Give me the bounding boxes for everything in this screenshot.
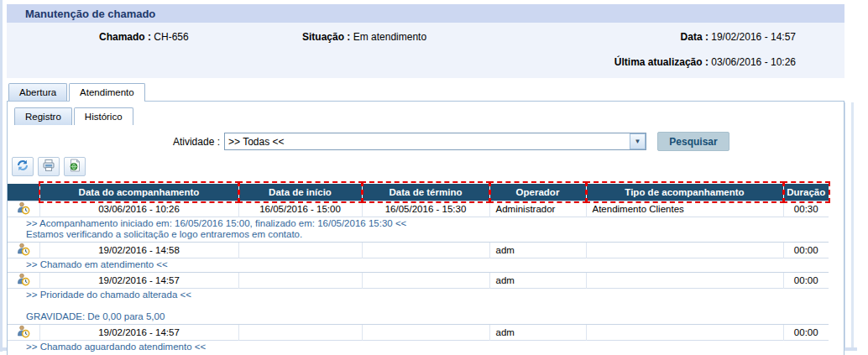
- title-bar: Manutenção de chamado: [7, 4, 844, 23]
- cell-tipo: [586, 273, 783, 289]
- description-line: [26, 300, 829, 311]
- col-header-data-acompanhamento: Data do acompanhamento: [39, 184, 238, 201]
- cell-operador: adm: [489, 325, 586, 341]
- field-situacao-value: Em atendimento: [353, 31, 426, 43]
- cell-data-termino: [362, 273, 489, 289]
- cell-duracao: 00:30: [783, 201, 829, 217]
- sub-tab-bar: Registro Histórico: [14, 107, 844, 125]
- toolbar: [12, 157, 844, 176]
- tab-atendimento[interactable]: Atendimento: [69, 83, 145, 101]
- cell-data-inicio: [238, 243, 362, 258]
- field-situacao: Situação : Em atendimento: [302, 31, 426, 43]
- cell-tipo: [586, 243, 783, 258]
- description-line: Estamos verificando a solicitação e logo…: [26, 229, 829, 240]
- user-clock-icon: [17, 206, 30, 217]
- col-header-data-termino: Data de término: [362, 184, 489, 201]
- field-situacao-label: Situação :: [302, 31, 350, 43]
- table-row-description: >> Chamado aguardando atendimento <<: [8, 341, 829, 355]
- row-icon-cell: [8, 273, 39, 289]
- cell-tipo: Atendimento Clientes: [586, 201, 783, 217]
- cell-data-acompanhamento: 19/02/2016 - 14:58: [39, 243, 238, 258]
- row-icon-cell: [8, 325, 39, 341]
- field-data-value: 19/02/2016 - 14:57: [711, 31, 796, 43]
- print-button[interactable]: [38, 157, 60, 176]
- page-content: Manutenção de chamado Chamado : CH-656 S…: [7, 4, 844, 355]
- atividade-label: Atividade :: [8, 136, 224, 148]
- cell-data-acompanhamento: 19/02/2016 - 14:57: [39, 273, 238, 289]
- tab-abertura[interactable]: Abertura: [8, 83, 67, 101]
- field-data-label: Data :: [681, 31, 709, 43]
- table-row-description: >> Prioridade do chamado alterada << GRA…: [8, 289, 829, 325]
- cell-duracao: 00:00: [783, 273, 829, 289]
- col-header-duracao: Duração: [783, 184, 829, 201]
- field-chamado-label: Chamado :: [99, 31, 151, 43]
- filter-row: Atividade : >> Todas << ▼ Pesquisar: [8, 133, 844, 150]
- row-icon-cell: [8, 243, 39, 258]
- cell-data-acompanhamento: 19/02/2016 - 14:57: [39, 325, 238, 341]
- atividade-selected-value: >> Todas <<: [228, 136, 630, 148]
- export-html-icon: [68, 159, 81, 175]
- col-header-operador: Operador: [489, 184, 586, 201]
- user-clock-icon: [17, 248, 30, 258]
- cell-data-termino: 16/05/2016 - 15:30: [362, 201, 489, 217]
- table-header-row: Data do acompanhamento Data de início Da…: [8, 184, 829, 201]
- description-line: >> Acompanhamento iniciado em: 16/05/201…: [26, 218, 829, 229]
- field-data: Data : 19/02/2016 - 14:57: [681, 31, 796, 43]
- main-tab-bar: Abertura Atendimento: [8, 83, 844, 101]
- cell-operador: adm: [489, 243, 586, 258]
- table-row: 03/06/2016 - 10:26 16/05/2016 - 15:00 16…: [8, 201, 829, 217]
- field-ultima-atualizacao-label: Última atualização :: [614, 56, 709, 68]
- table-row-description: >> Acompanhamento iniciado em: 16/05/201…: [8, 217, 829, 243]
- cell-operador: Administrador: [489, 201, 586, 217]
- table-row-description: >> Chamado em atendimento <<: [8, 258, 829, 273]
- table-row: 19/02/2016 - 14:58 adm 00:00: [8, 243, 829, 258]
- field-chamado: Chamado : CH-656: [99, 31, 189, 43]
- user-clock-icon: [17, 278, 30, 288]
- row-icon-cell: [8, 201, 39, 217]
- print-icon: [42, 159, 55, 175]
- tab-registro[interactable]: Registro: [14, 107, 72, 125]
- atividade-select[interactable]: >> Todas << ▼: [224, 133, 646, 150]
- table-row: 19/02/2016 - 14:57 adm 00:00: [8, 325, 829, 341]
- window-frame-right: [851, 102, 854, 347]
- description-line: >> Chamado aguardando atendimento <<: [26, 342, 829, 352]
- atendimento-panel: Registro Histórico Atividade : >> Todas …: [7, 101, 844, 355]
- historico-table: Data do acompanhamento Data de início Da…: [8, 184, 829, 354]
- window-frame-left: [0, 0, 3, 352]
- col-header-data-inicio: Data de início: [238, 184, 362, 201]
- export-button[interactable]: [64, 157, 86, 176]
- cell-data-inicio: 16/05/2016 - 15:00: [238, 201, 362, 217]
- cell-data-termino: [362, 243, 489, 258]
- cell-data-inicio: [238, 325, 362, 341]
- description-line: >> Chamado em atendimento <<: [26, 259, 829, 270]
- cell-data-inicio: [238, 273, 362, 289]
- cell-tipo: [586, 325, 783, 341]
- chevron-down-icon[interactable]: ▼: [630, 133, 646, 149]
- cell-operador: adm: [489, 273, 586, 289]
- field-ultima-atualizacao-value: 03/06/2016 - 10:26: [711, 56, 796, 68]
- user-clock-icon: [17, 330, 30, 340]
- refresh-button[interactable]: [12, 157, 34, 176]
- field-ultima-atualizacao: Última atualização : 03/06/2016 - 10:26: [614, 56, 796, 68]
- description-line: GRAVIDADE: De 0,00 para 5,00: [26, 311, 829, 322]
- page-title: Manutenção de chamado: [7, 8, 155, 20]
- cell-duracao: 00:00: [783, 325, 829, 341]
- cell-duracao: 00:00: [783, 243, 829, 258]
- refresh-icon: [16, 159, 29, 175]
- description-line: >> Prioridade do chamado alterada <<: [26, 290, 829, 300]
- pesquisar-button[interactable]: Pesquisar: [657, 132, 729, 151]
- tab-historico[interactable]: Histórico: [74, 107, 133, 125]
- ticket-info-header: Chamado : CH-656 Situação : Em atendimen…: [7, 23, 844, 78]
- col-header-tipo: Tipo de acompanhamento: [586, 184, 783, 201]
- cell-data-termino: [362, 325, 489, 341]
- field-chamado-value: CH-656: [154, 31, 188, 43]
- col-header-icon: [8, 184, 39, 201]
- table-row: 19/02/2016 - 14:57 adm 00:00: [8, 273, 829, 289]
- cell-data-acompanhamento: 03/06/2016 - 10:26: [39, 201, 238, 217]
